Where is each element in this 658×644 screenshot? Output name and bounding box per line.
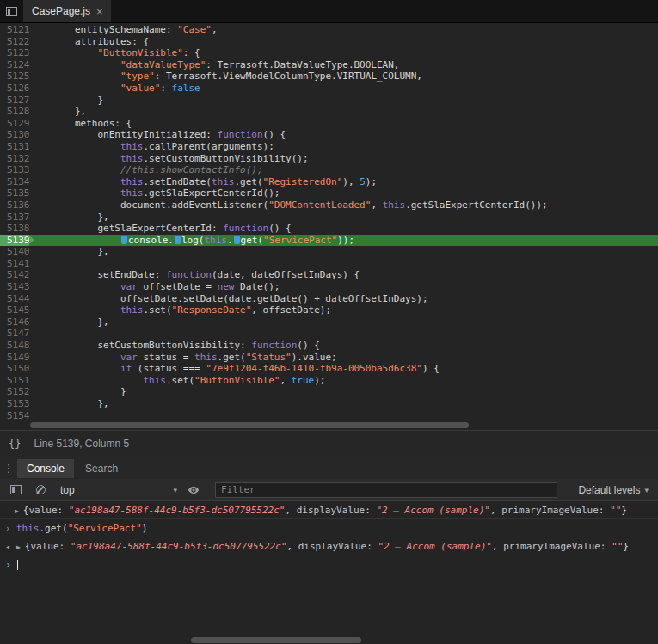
editor-status-bar: {} Line 5139, Column 5 (0, 430, 658, 457)
code-text[interactable]: entitySchemaName: "Case", (29, 24, 658, 36)
code-text[interactable]: onEntityInitialized: function() { (29, 129, 658, 141)
line-number-5152[interactable]: 5152 (0, 386, 29, 398)
line-number-5146[interactable]: 5146 (0, 316, 29, 328)
code-text[interactable] (29, 328, 658, 340)
close-tab-icon[interactable]: × (96, 6, 103, 17)
code-text[interactable]: this.set("ResponseDate", offsetDate); (29, 304, 658, 316)
line-number-5136[interactable]: 5136 (0, 199, 29, 212)
code-line: 5140 }, (0, 246, 658, 258)
console-sidebar-toggle-button[interactable] (7, 481, 24, 499)
line-number-5149[interactable]: 5149 (0, 352, 29, 364)
code-line: 5132 this.setCustomButtonVisibility(); (0, 153, 658, 165)
file-tab-casepage[interactable]: CasePage.js × (23, 0, 111, 22)
code-text[interactable]: "value": false (29, 83, 658, 95)
create-live-expression-button[interactable] (185, 481, 202, 499)
line-number-5141[interactable]: 5141 (0, 258, 29, 270)
line-number-5123[interactable]: 5123 (0, 47, 29, 59)
line-number-5133[interactable]: 5133 (0, 164, 29, 176)
code-text[interactable]: offsetDate.setDate(date.getDate() + date… (29, 293, 658, 305)
code-text[interactable]: setEndDate: function(date, dateOffsetInD… (29, 269, 658, 281)
code-text[interactable]: this.setCustomButtonVisibility(); (29, 153, 658, 165)
code-text[interactable]: this.setEndDate(this.get("RegisteredOn")… (29, 176, 658, 188)
line-number-5127[interactable]: 5127 (0, 95, 29, 107)
console-filter-input[interactable] (215, 482, 557, 498)
code-text[interactable]: } (29, 386, 658, 398)
line-number-5150[interactable]: 5150 (0, 363, 29, 375)
message-text: this.get("ServicePact") (16, 523, 147, 534)
inline-breakpoint-marker[interactable] (234, 236, 240, 244)
line-number-5143[interactable]: 5143 (0, 281, 29, 293)
console-message-prompt[interactable]: › (0, 555, 658, 573)
line-number-5147[interactable]: 5147 (0, 328, 29, 340)
console-message-result[interactable]: ◂▶{value: "ac198a47-588f-44c9-b5f3-dc507… (0, 537, 658, 555)
line-number-5135[interactable]: 5135 (0, 187, 29, 199)
inline-breakpoint-marker[interactable] (175, 236, 181, 244)
line-number-5140[interactable]: 5140 (0, 246, 29, 258)
clear-console-button[interactable] (32, 481, 49, 499)
code-text[interactable]: this.getSlaExpertCenterId(); (29, 187, 658, 199)
line-number-5129[interactable]: 5129 (0, 118, 29, 130)
inline-breakpoint-marker[interactable] (121, 236, 127, 244)
code-text[interactable]: }, (29, 398, 658, 410)
line-number-5153[interactable]: 5153 (0, 398, 29, 410)
code-text[interactable]: } (29, 95, 658, 107)
line-number-5124[interactable]: 5124 (0, 59, 29, 71)
code-text[interactable]: "type": Terrasoft.ViewModelColumnType.VI… (29, 71, 658, 83)
code-text[interactable]: //this.showContactInfo(); (29, 164, 658, 176)
line-number-5130[interactable]: 5130 (0, 129, 29, 141)
editor-horizontal-scrollbar[interactable] (30, 422, 469, 428)
line-number-5145[interactable]: 5145 (0, 304, 29, 316)
clear-icon (36, 485, 46, 494)
line-number-5128[interactable]: 5128 (0, 106, 29, 118)
code-text[interactable]: "dataValueType": Terrasoft.DataValueType… (29, 59, 658, 71)
console-sidebar-icon (10, 485, 22, 494)
code-text[interactable] (29, 410, 658, 422)
line-number-5138[interactable]: 5138 (0, 223, 29, 235)
line-number-5139[interactable]: 5139 (0, 235, 29, 247)
pretty-print-button[interactable]: {} (9, 438, 21, 450)
tab-console[interactable]: Console (17, 459, 74, 478)
line-number-5131[interactable]: 5131 (0, 141, 29, 153)
console-message-log[interactable]: ▶{value: "ac198a47-588f-44c9-b5f3-dc5077… (0, 501, 658, 519)
line-number-5142[interactable]: 5142 (0, 269, 29, 281)
code-text[interactable]: if (status === "7e9f1204-f46b-1410-fb9a-… (29, 363, 658, 375)
code-text[interactable]: console.log(this.get("ServicePact")); (29, 235, 658, 247)
expand-triangle-icon[interactable]: ▶ (16, 543, 21, 551)
line-number-5121[interactable]: 5121 (0, 24, 29, 36)
code-text[interactable]: this.set("ButtonVisible", true); (29, 375, 658, 387)
code-text[interactable]: }, (29, 316, 658, 328)
line-number-5154[interactable]: 5154 (0, 410, 29, 422)
line-number-5125[interactable]: 5125 (0, 71, 29, 83)
console-horizontal-scrollbar[interactable] (191, 637, 361, 643)
code-text[interactable]: this.callParent(arguments); (29, 141, 658, 153)
code-text[interactable]: }, (29, 246, 658, 258)
kebab-menu-icon[interactable]: ⋮ (0, 462, 17, 475)
line-number-5132[interactable]: 5132 (0, 153, 29, 165)
code-text[interactable]: }, (29, 106, 658, 118)
line-number-5151[interactable]: 5151 (0, 375, 29, 387)
execution-context-selector[interactable]: top ▾ (60, 484, 177, 496)
line-number-5144[interactable]: 5144 (0, 293, 29, 305)
code-text[interactable]: methods: { (29, 118, 658, 130)
line-number-5148[interactable]: 5148 (0, 340, 29, 352)
line-number-5134[interactable]: 5134 (0, 176, 29, 188)
line-number-5122[interactable]: 5122 (0, 36, 29, 48)
message-text: {value: "ac198a47-588f-44c9-b5f3-dc50779… (25, 541, 629, 552)
code-text[interactable]: setCustomButtonVisibility: function() { (29, 340, 658, 352)
log-levels-dropdown[interactable]: Default levels ▾ (578, 484, 651, 496)
navigator-toggle-button[interactable] (0, 0, 23, 22)
code-text[interactable]: attributes: { (29, 36, 658, 48)
tab-search[interactable]: Search (76, 459, 127, 478)
line-number-5137[interactable]: 5137 (0, 212, 29, 224)
line-number-5126[interactable]: 5126 (0, 83, 29, 95)
code-text[interactable]: var offsetDate = new Date(); (29, 281, 658, 293)
code-text[interactable]: var status = this.get("Status").value; (29, 352, 658, 364)
code-editor[interactable]: 5121 entitySchemaName: "Case",5122 attri… (0, 23, 658, 430)
expand-triangle-icon[interactable]: ▶ (15, 507, 19, 515)
console-message-command[interactable]: ›this.get("ServicePact") (0, 519, 658, 537)
code-text[interactable]: getSlaExpertCenterId: function() { (29, 223, 658, 235)
code-text[interactable]: "ButtonVisible": { (29, 47, 658, 59)
code-text[interactable]: document.addEventListener("DOMContentLoa… (29, 199, 658, 212)
code-text[interactable] (29, 258, 658, 270)
code-text[interactable]: }, (29, 212, 658, 224)
